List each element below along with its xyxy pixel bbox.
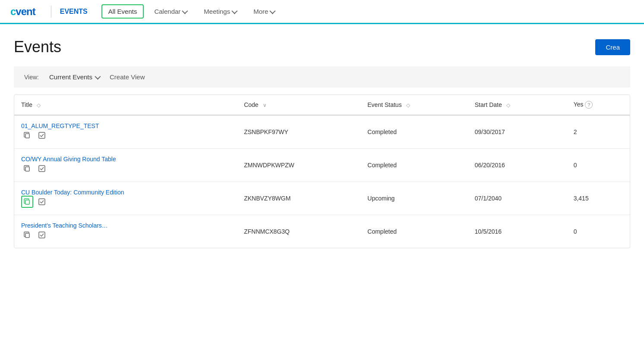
table-header-row: Title ◇ Code ∨ Event Status ◇ Start Date… xyxy=(14,95,630,115)
checkmark-icon[interactable] xyxy=(36,229,48,241)
row-action-icons xyxy=(21,129,230,141)
top-navigation: cvent EVENTS All Events Calendar Meeting… xyxy=(0,0,644,24)
events-table: Title ◇ Code ∨ Event Status ◇ Start Date… xyxy=(14,95,630,248)
svg-rect-1 xyxy=(39,132,45,138)
svg-rect-6 xyxy=(25,233,29,238)
page-header: Events Crea xyxy=(14,38,630,56)
logo-text: cvent xyxy=(10,6,35,18)
view-label: View: xyxy=(24,74,39,81)
sort-icon: ◇ xyxy=(37,102,41,108)
event-start-date: 06/20/2016 xyxy=(468,149,567,182)
event-code: ZKNBVZY8WGM xyxy=(237,182,360,215)
event-yes-count: 0 xyxy=(567,215,630,248)
page-title: Events xyxy=(14,38,61,56)
checkmark-icon[interactable] xyxy=(36,196,48,208)
svg-rect-3 xyxy=(39,166,45,172)
current-view-label: Current Events xyxy=(49,73,92,81)
svg-rect-4 xyxy=(25,200,29,204)
checkmark-icon[interactable] xyxy=(36,129,48,141)
copy-icon[interactable] xyxy=(21,163,33,175)
table-row: 01_ALUM_REGTYPE_TESTZSNBPKF97WYCompleted… xyxy=(14,115,630,149)
event-status: Completed xyxy=(360,115,467,149)
event-yes-count: 3,415 xyxy=(567,182,630,215)
nav-items: All Events Calendar Meetings More xyxy=(101,4,634,19)
event-code: ZSNBPKF97WY xyxy=(237,115,360,149)
event-title-link[interactable]: President's Teaching Scholars… xyxy=(21,222,108,229)
create-event-button[interactable]: Crea xyxy=(595,39,630,55)
copy-icon[interactable] xyxy=(21,229,33,241)
event-start-date: 09/30/2017 xyxy=(468,115,567,149)
row-action-icons xyxy=(21,163,230,175)
event-yes-count: 2 xyxy=(567,115,630,149)
nav-item-calendar[interactable]: Calendar xyxy=(147,4,193,19)
nav-item-all-events[interactable]: All Events xyxy=(101,4,144,19)
col-header-code[interactable]: Code ∨ xyxy=(237,95,360,115)
page-content: Events Crea View: Current Events Create … xyxy=(0,24,644,248)
col-header-title[interactable]: Title ◇ xyxy=(14,95,237,115)
table-row: CU Boulder Today: Community EditionZKNBV… xyxy=(14,182,630,215)
chevron-down-icon xyxy=(270,8,276,14)
col-header-start-date[interactable]: Start Date ◇ xyxy=(468,95,567,115)
event-status: Completed xyxy=(360,215,467,248)
chevron-down-icon xyxy=(232,8,238,14)
copy-icon[interactable] xyxy=(21,196,33,208)
event-yes-count: 0 xyxy=(567,149,630,182)
table-row: CO/WY Annual Giving Round TableZMNWDPKWP… xyxy=(14,149,630,182)
logo[interactable]: cvent xyxy=(10,6,35,18)
col-header-yes[interactable]: Yes ? xyxy=(567,95,630,115)
svg-rect-7 xyxy=(39,232,45,238)
nav-divider xyxy=(51,6,51,18)
event-code: ZFNNMCX8G3Q xyxy=(237,215,360,248)
sort-icon: ∨ xyxy=(263,102,267,108)
event-start-date: 10/5/2016 xyxy=(468,215,567,248)
event-start-date: 07/1/2040 xyxy=(468,182,567,215)
svg-rect-0 xyxy=(25,134,29,138)
checkmark-icon[interactable] xyxy=(36,163,48,175)
question-icon[interactable]: ? xyxy=(585,101,593,109)
row-action-icons xyxy=(21,229,230,241)
event-title-link[interactable]: CO/WY Annual Giving Round Table xyxy=(21,156,116,163)
chevron-down-icon xyxy=(95,73,101,79)
event-title-link[interactable]: 01_ALUM_REGTYPE_TEST xyxy=(21,122,99,129)
create-view-button[interactable]: Create View xyxy=(110,73,145,81)
events-table-container: Title ◇ Code ∨ Event Status ◇ Start Date… xyxy=(14,94,630,248)
nav-item-more[interactable]: More xyxy=(246,4,281,19)
view-selector[interactable]: Current Events xyxy=(49,73,99,81)
event-status: Completed xyxy=(360,149,467,182)
svg-rect-5 xyxy=(39,199,45,205)
nav-item-meetings[interactable]: Meetings xyxy=(197,4,243,19)
event-status: Upcoming xyxy=(360,182,467,215)
event-code: ZMNWDPKWPZW xyxy=(237,149,360,182)
sort-icon: ◇ xyxy=(506,102,510,108)
copy-icon[interactable] xyxy=(21,129,33,141)
chevron-down-icon xyxy=(182,8,188,14)
row-action-icons xyxy=(21,196,230,208)
view-bar: View: Current Events Create View xyxy=(14,66,630,88)
svg-rect-2 xyxy=(25,167,29,171)
sort-icon: ◇ xyxy=(406,102,410,108)
event-title-link[interactable]: CU Boulder Today: Community Edition xyxy=(21,189,124,196)
table-row: President's Teaching Scholars…ZFNNMCX8G3… xyxy=(14,215,630,248)
logo-c: c xyxy=(10,6,16,17)
col-header-status[interactable]: Event Status ◇ xyxy=(360,95,467,115)
nav-section-label: EVENTS xyxy=(60,8,88,16)
